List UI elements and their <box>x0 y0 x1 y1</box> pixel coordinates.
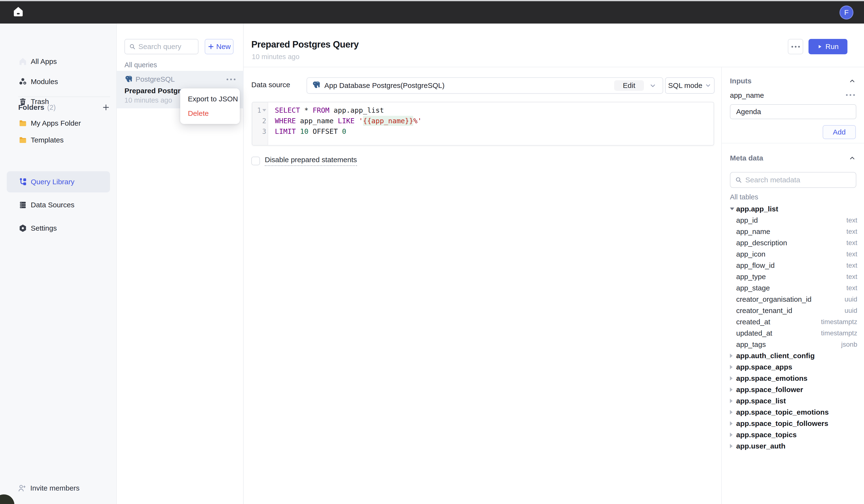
panel-divider <box>722 143 864 143</box>
search-icon <box>735 176 742 184</box>
query-context-menu: Export to JSONDelete <box>180 88 240 124</box>
line-number: 1 <box>257 106 261 115</box>
sql-token: WHERE <box>275 117 296 125</box>
chevron-right-icon <box>730 353 736 358</box>
table-column-row[interactable]: creator_organisation_iduuid <box>730 293 857 305</box>
sql-token: app_name <box>296 117 338 125</box>
sql-token: %' <box>413 117 422 125</box>
sidebar-folder-templates[interactable]: Templates <box>0 132 117 148</box>
table-column-row[interactable]: app_idtext <box>730 215 857 226</box>
new-query-button[interactable]: New <box>205 39 233 54</box>
datasource-value: App Database Postgres(PostgreSQL) <box>324 82 444 89</box>
table-column-row[interactable]: app_typetext <box>730 271 857 282</box>
sql-token: ' <box>359 117 363 125</box>
line-number: 3 <box>262 128 266 135</box>
table-row-collapsed[interactable]: app.space_emotions <box>730 373 857 384</box>
table-row-collapsed[interactable]: app.space_list <box>730 395 857 407</box>
sql-token: OFFSET <box>313 127 338 135</box>
table-column-row[interactable]: creator_tenant_iduuid <box>730 305 857 316</box>
invite-members-button[interactable]: Invite members <box>0 480 117 496</box>
collapse-inputs-chevron-up-icon[interactable] <box>849 77 856 85</box>
column-type: text <box>847 284 857 292</box>
table-column-row[interactable]: app_icontext <box>730 248 857 260</box>
table-column-row[interactable]: updated_attimestamptz <box>730 327 857 339</box>
run-label: Run <box>825 43 839 51</box>
home-icon <box>12 5 24 19</box>
table-row-collapsed[interactable]: app.space_topic_followers <box>730 418 857 429</box>
column-type: text <box>847 216 857 224</box>
avatar[interactable]: F <box>840 5 853 20</box>
table-row-collapsed[interactable]: app.space_topic_emotions <box>730 407 857 418</box>
chevron-down-icon <box>649 82 657 90</box>
table-row-collapsed[interactable]: app.user_auth <box>730 440 857 452</box>
sidebar-item-label: Data Sources <box>31 201 74 209</box>
sql-token: LIKE <box>338 117 355 125</box>
table-column-row[interactable]: app_nametext <box>730 226 857 237</box>
chevron-right-icon <box>730 444 736 448</box>
chevron-right-icon <box>730 410 736 415</box>
datasource-edit-button[interactable]: Edit <box>614 80 644 91</box>
table-row-collapsed[interactable]: app.space_follower <box>730 384 857 395</box>
disable-prepared-statements-checkbox[interactable] <box>251 157 260 165</box>
editor-line-number: 2 <box>252 116 268 126</box>
editor-code[interactable]: SELECT * FROM app.app_listWHERE app_name… <box>268 102 713 145</box>
input-param-value-field[interactable] <box>730 104 856 119</box>
column-name: app_id <box>736 216 758 224</box>
editor-line-number: 3 <box>252 126 268 137</box>
folder-icon <box>18 119 27 128</box>
sidebar-item-all-apps[interactable]: All Apps <box>0 54 117 69</box>
table-row-collapsed[interactable]: app.auth_client_config <box>730 350 857 361</box>
table-row-collapsed[interactable]: app.space_topics <box>730 429 857 440</box>
fold-arrow-icon[interactable] <box>262 109 266 111</box>
column-name: app_flow_id <box>736 261 775 269</box>
sql-token: SELECT <box>275 106 300 115</box>
add-input-button[interactable]: Add <box>823 125 856 139</box>
column-name: creator_tenant_id <box>736 307 792 315</box>
table-name: app.space_topic_emotions <box>736 408 829 416</box>
column-type: timestamptz <box>821 318 857 326</box>
arrow-right-glyph <box>730 444 733 448</box>
topbar: F <box>0 1 864 24</box>
menu-item-export-to-json[interactable]: Export to JSON <box>180 92 240 106</box>
column-name: app_type <box>736 273 766 281</box>
metadata-search-input[interactable] <box>745 176 849 184</box>
query-item-menu-button[interactable] <box>227 79 236 80</box>
query-item-time: 10 minutes ago <box>124 96 172 104</box>
query-search-input[interactable] <box>139 43 194 51</box>
play-icon <box>817 44 823 49</box>
postgresql-icon <box>312 81 321 90</box>
sidebar-folder-my-apps[interactable]: My Apps Folder <box>0 116 117 131</box>
sidebar-item-modules[interactable]: Modules <box>0 74 117 89</box>
invite-user-icon <box>17 483 26 493</box>
datasource-label: Data source <box>251 81 290 89</box>
home-button[interactable] <box>12 5 25 19</box>
query-mode-value: SQL mode <box>668 82 702 89</box>
table-column-row[interactable]: created_attimestamptz <box>730 316 857 327</box>
chevron-right-icon <box>730 399 736 403</box>
table-column-row[interactable]: app_descriptiontext <box>730 237 857 248</box>
sidebar-item-query-library[interactable]: Query Library <box>7 171 110 192</box>
query-options-button[interactable] <box>788 39 803 54</box>
query-mode-select[interactable]: SQL mode <box>665 77 715 94</box>
column-type: uuid <box>844 296 857 303</box>
home-outline-icon <box>18 57 27 66</box>
datasource-select[interactable]: App Database Postgres(PostgreSQL) Edit <box>307 77 663 94</box>
menu-item-delete[interactable]: Delete <box>180 106 240 121</box>
collapse-metadata-chevron-up-icon[interactable] <box>849 155 856 163</box>
folders-count: (2) <box>47 104 56 111</box>
table-column-row[interactable]: app_stagetext <box>730 282 857 293</box>
add-folder-button[interactable] <box>102 103 110 111</box>
arrow-right-glyph <box>730 387 733 392</box>
table-row-expanded[interactable]: app.app_list <box>730 203 857 215</box>
input-param-menu-button[interactable] <box>846 94 855 96</box>
table-row-collapsed[interactable]: app.space_apps <box>730 361 857 373</box>
table-column-row[interactable]: app_tagsjsonb <box>730 339 857 350</box>
sql-editor[interactable]: 123 SELECT * FROM app.app_listWHERE app_… <box>252 102 714 146</box>
table-column-row[interactable]: app_flow_idtext <box>730 260 857 271</box>
settings-icon <box>18 224 27 233</box>
sidebar-item-data-sources[interactable]: Data Sources <box>0 197 117 213</box>
sidebar-item-settings[interactable]: Settings <box>0 220 117 236</box>
run-button[interactable]: Run <box>808 39 848 54</box>
query-source: PostgreSQL <box>124 75 175 83</box>
sidebar-item-label: Modules <box>31 77 58 86</box>
